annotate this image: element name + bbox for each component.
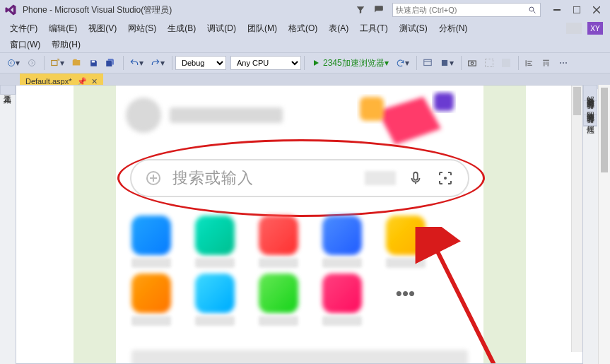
menu-item[interactable]: 生成(B) <box>162 21 201 36</box>
svg-rect-21 <box>413 172 418 180</box>
quick-launch-box[interactable] <box>392 3 541 17</box>
menu-bar-row2: 窗口(W)帮助(H) <box>0 37 610 52</box>
blurred-text <box>365 171 396 185</box>
menu-item[interactable]: 帮助(H) <box>46 37 86 52</box>
svg-rect-17 <box>434 93 454 111</box>
overflow-button[interactable]: ⋯ <box>556 55 571 71</box>
app-tile-wrap[interactable] <box>195 216 235 268</box>
menu-item[interactable]: 表(A) <box>323 21 354 36</box>
app-tile-wrap[interactable] <box>131 274 171 326</box>
menu-item[interactable]: 视图(V) <box>83 21 122 36</box>
app-label-blurred <box>322 258 362 268</box>
run-target-label: 2345加速浏览器 <box>323 57 385 69</box>
app-tile[interactable] <box>131 274 171 313</box>
window-title: Phone - Microsoft Visual Studio(管理员) <box>23 4 172 16</box>
app-tile-wrap[interactable] <box>322 274 362 326</box>
app-tile[interactable] <box>322 274 362 313</box>
svg-rect-10 <box>423 59 431 65</box>
user-placeholder-icon[interactable] <box>566 23 582 34</box>
scrollbar-thumb[interactable] <box>573 87 581 115</box>
camera-icon[interactable] <box>464 55 480 71</box>
app-tile[interactable] <box>131 216 171 255</box>
outer-vertical-scrollbar[interactable] <box>598 85 610 364</box>
save-all-button[interactable] <box>102 55 119 71</box>
nav-back-button[interactable]: ▾ <box>4 55 23 71</box>
scrollbar-thumb[interactable] <box>601 88 608 172</box>
menu-item[interactable]: 团队(M) <box>242 21 283 36</box>
feedback-icon[interactable] <box>371 2 387 18</box>
maximize-button[interactable] <box>568 2 586 18</box>
right-rail-tab[interactable]: 属性 <box>584 115 597 126</box>
new-project-button[interactable]: ▾ <box>47 55 67 71</box>
app-label-blurred <box>195 316 235 326</box>
app-tile[interactable] <box>322 216 362 255</box>
svg-marker-18 <box>377 97 441 145</box>
menu-item[interactable]: 窗口(W) <box>4 37 46 52</box>
app-tile[interactable] <box>259 216 298 255</box>
close-button[interactable] <box>587 2 606 18</box>
quick-launch-input[interactable] <box>396 6 527 14</box>
grid-toggle-icon[interactable] <box>481 55 497 71</box>
search-bar[interactable]: 搜索或输入 <box>130 159 469 197</box>
app-tile-wrap[interactable] <box>322 216 362 268</box>
snap-toggle-icon[interactable] <box>498 55 514 71</box>
designer-vertical-scrollbar[interactable] <box>571 86 582 352</box>
extension-button[interactable]: ▾ <box>437 55 457 71</box>
app-tile[interactable] <box>386 216 426 255</box>
app-tile-wrap[interactable] <box>259 216 298 268</box>
svg-rect-8 <box>52 61 57 66</box>
app-tile-wrap[interactable] <box>195 274 235 326</box>
browser-link-button[interactable] <box>420 55 435 71</box>
blurred-text <box>170 107 283 123</box>
search-icon[interactable] <box>527 5 537 15</box>
app-tile[interactable] <box>195 274 235 313</box>
app-grid: ••• <box>116 211 483 336</box>
app-tile-wrap[interactable] <box>259 274 298 326</box>
redo-button[interactable]: ▾ <box>148 55 168 71</box>
notifications-filter-icon[interactable] <box>353 2 368 18</box>
align-top-icon[interactable] <box>539 55 554 71</box>
configuration-select[interactable]: Debug <box>175 56 226 70</box>
menu-item[interactable]: 编辑(E) <box>43 21 83 36</box>
align-left-icon[interactable] <box>522 55 537 71</box>
refresh-button[interactable]: ▾ <box>393 55 412 71</box>
right-tool-rail: 解决方案资源管理器团队资源管理器属性 <box>583 85 597 127</box>
menu-bar: 文件(F)编辑(E)视图(V)网站(S)生成(B)调试(D)团队(M)格式(O)… <box>0 20 610 37</box>
designer-viewport[interactable]: 搜索或输入 ••• <box>16 86 582 363</box>
scan-icon[interactable] <box>435 168 455 188</box>
svg-point-22 <box>444 177 447 180</box>
app-label-blurred <box>386 258 426 268</box>
platform-select[interactable]: Any CPU <box>230 56 301 70</box>
undo-button[interactable]: ▾ <box>127 55 146 71</box>
phone-page-background: 搜索或输入 ••• <box>74 86 526 363</box>
svg-rect-3 <box>573 6 580 13</box>
svg-point-6 <box>8 60 15 66</box>
more-apps-button[interactable]: ••• <box>386 274 426 313</box>
menu-item[interactable]: 网站(S) <box>122 21 162 36</box>
right-rail-tab[interactable]: 解决方案资源管理器 <box>584 86 597 101</box>
title-bar: Phone - Microsoft Visual Studio(管理员) <box>0 0 610 20</box>
search-placeholder: 搜索或输入 <box>172 168 355 189</box>
toolbox-tab[interactable]: 工具箱 <box>0 85 16 95</box>
app-tile-wrap[interactable] <box>131 216 171 268</box>
app-tile-wrap[interactable] <box>386 216 426 268</box>
menu-item[interactable]: 测试(S) <box>394 21 433 36</box>
app-label-blurred <box>322 316 362 326</box>
microphone-icon[interactable] <box>406 168 426 188</box>
minimize-button[interactable] <box>548 2 566 18</box>
nav-forward-button[interactable] <box>24 55 40 71</box>
blurred-avatar <box>126 98 161 133</box>
save-button[interactable] <box>86 55 101 71</box>
open-file-button[interactable] <box>69 55 84 71</box>
app-tile[interactable] <box>195 216 235 255</box>
right-rail-tab[interactable]: 团队资源管理器 <box>584 101 597 115</box>
start-debug-button[interactable]: 2345加速浏览器 ▾ <box>307 57 393 69</box>
menu-item[interactable]: 文件(F) <box>4 21 43 36</box>
menu-item[interactable]: 格式(O) <box>283 21 323 36</box>
app-label-blurred <box>259 258 298 268</box>
menu-item[interactable]: 分析(N) <box>433 21 474 36</box>
app-tile[interactable] <box>259 274 298 313</box>
menu-item[interactable]: 工具(T) <box>354 21 393 36</box>
menu-item[interactable]: 调试(D) <box>201 21 242 36</box>
user-badge[interactable]: XY <box>587 22 603 35</box>
